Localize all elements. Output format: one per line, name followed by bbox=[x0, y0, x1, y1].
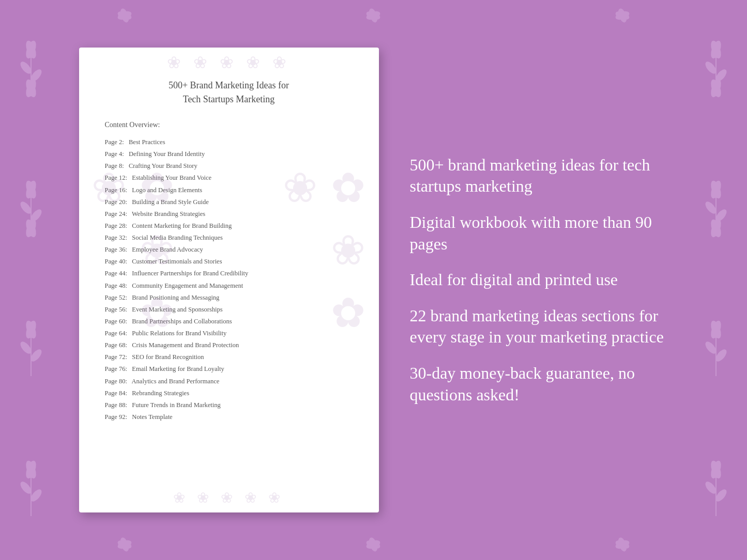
feature-4: 22 brand marketing ideas sections for ev… bbox=[410, 305, 668, 348]
feature-2: Digital workbook with more than 90 pages bbox=[410, 212, 668, 255]
list-item: Page 2: Best Practices bbox=[105, 136, 353, 148]
doc-footer-decoration: ❀ ❀ ❀ ❀ ❀ bbox=[173, 489, 284, 506]
toc-header: Content Overview: bbox=[105, 121, 353, 129]
feature-1: 500+ brand marketing ideas for tech star… bbox=[410, 154, 668, 197]
doc-side-decoration-right: ✿ ❀ ✿ ❀ bbox=[277, 164, 373, 396]
feature-5: 30-day money-back guarantee, no question… bbox=[410, 363, 668, 406]
document-title: 500+ Brand Marketing Ideas for Tech Star… bbox=[105, 79, 353, 106]
document-preview: ❀ ❀ ❀ ❀ ❀ ✿ ❀ ✿ ❀ ✿ ❀ ✿ ❀ 500+ Brand Mar… bbox=[79, 48, 379, 512]
list-item: Page 4: Defining Your Brand Identity bbox=[105, 148, 353, 160]
doc-side-decoration-left: ✿ ❀ ✿ ❀ bbox=[85, 164, 181, 396]
list-item: Page 92: Notes Template bbox=[105, 411, 353, 423]
right-features: 500+ brand marketing ideas for tech star… bbox=[410, 154, 668, 406]
doc-header-decoration: ❀ ❀ ❀ ❀ ❀ bbox=[167, 53, 291, 72]
feature-3: Ideal for digital and printed use bbox=[410, 269, 668, 291]
main-content: ❀ ❀ ❀ ❀ ❀ ✿ ❀ ✿ ❀ ✿ ❀ ✿ ❀ 500+ Brand Mar… bbox=[0, 0, 747, 560]
list-item: Page 88: Future Trends in Brand Marketin… bbox=[105, 399, 353, 411]
